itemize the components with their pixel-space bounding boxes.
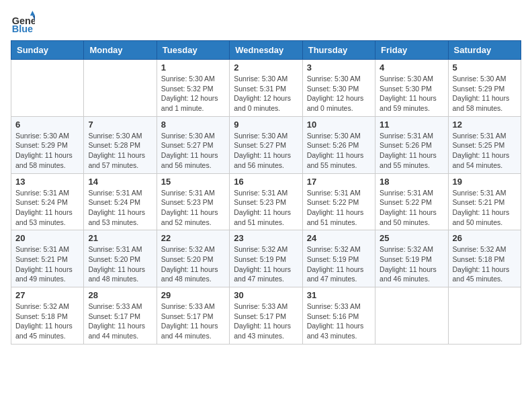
weekday-header-row: SundayMondayTuesdayWednesdayThursdayFrid… [11,41,521,60]
day-info: Sunrise: 5:30 AM Sunset: 5:26 PM Dayligh… [307,131,371,171]
day-info: Sunrise: 5:33 AM Sunset: 5:17 PM Dayligh… [161,302,225,341]
calendar-day-cell [448,287,521,345]
calendar-week-row: 1Sunrise: 5:30 AM Sunset: 5:32 PM Daylig… [11,60,521,117]
weekday-header-cell: Saturday [448,41,521,60]
weekday-header-cell: Tuesday [157,41,229,60]
day-number: 10 [307,120,371,130]
day-info: Sunrise: 5:33 AM Sunset: 5:17 PM Dayligh… [88,302,152,341]
day-info: Sunrise: 5:31 AM Sunset: 5:22 PM Dayligh… [307,188,371,228]
calendar-day-cell [84,60,157,117]
weekday-header-cell: Wednesday [230,41,302,60]
calendar-day-cell [375,287,448,345]
page-header: General Blue [11,11,521,35]
day-info: Sunrise: 5:31 AM Sunset: 5:26 PM Dayligh… [380,131,443,171]
logo: General Blue [11,11,35,35]
day-info: Sunrise: 5:32 AM Sunset: 5:19 PM Dayligh… [380,244,443,284]
calendar-table: SundayMondayTuesdayWednesdayThursdayFrid… [11,40,521,345]
day-info: Sunrise: 5:32 AM Sunset: 5:20 PM Dayligh… [161,244,225,284]
day-info: Sunrise: 5:31 AM Sunset: 5:25 PM Dayligh… [453,131,517,171]
logo-icon: General Blue [11,11,35,35]
calendar-day-cell: 27Sunrise: 5:32 AM Sunset: 5:18 PM Dayli… [11,287,84,345]
day-number: 20 [15,233,79,243]
day-info: Sunrise: 5:33 AM Sunset: 5:16 PM Dayligh… [307,302,371,341]
calendar-day-cell: 30Sunrise: 5:33 AM Sunset: 5:17 PM Dayli… [230,287,302,345]
day-number: 24 [307,233,371,243]
calendar-day-cell: 22Sunrise: 5:32 AM Sunset: 5:20 PM Dayli… [157,230,229,287]
calendar-day-cell: 19Sunrise: 5:31 AM Sunset: 5:21 PM Dayli… [448,173,521,230]
day-info: Sunrise: 5:32 AM Sunset: 5:19 PM Dayligh… [234,244,298,284]
calendar-day-cell: 18Sunrise: 5:31 AM Sunset: 5:22 PM Dayli… [375,173,448,230]
calendar-day-cell: 2Sunrise: 5:30 AM Sunset: 5:31 PM Daylig… [230,60,302,117]
day-info: Sunrise: 5:30 AM Sunset: 5:30 PM Dayligh… [380,74,443,113]
calendar-day-cell [11,60,84,117]
day-info: Sunrise: 5:32 AM Sunset: 5:19 PM Dayligh… [307,244,371,284]
day-info: Sunrise: 5:31 AM Sunset: 5:24 PM Dayligh… [15,188,79,228]
calendar-day-cell: 13Sunrise: 5:31 AM Sunset: 5:24 PM Dayli… [11,173,84,230]
day-number: 1 [161,62,225,73]
day-number: 22 [161,233,225,243]
day-number: 18 [380,177,443,187]
day-info: Sunrise: 5:30 AM Sunset: 5:29 PM Dayligh… [453,74,517,113]
day-info: Sunrise: 5:31 AM Sunset: 5:22 PM Dayligh… [380,188,443,228]
day-info: Sunrise: 5:31 AM Sunset: 5:21 PM Dayligh… [453,188,517,228]
day-info: Sunrise: 5:30 AM Sunset: 5:30 PM Dayligh… [307,74,371,113]
day-info: Sunrise: 5:30 AM Sunset: 5:31 PM Dayligh… [234,74,298,113]
calendar-week-row: 13Sunrise: 5:31 AM Sunset: 5:24 PM Dayli… [11,173,521,230]
day-info: Sunrise: 5:32 AM Sunset: 5:18 PM Dayligh… [15,302,79,341]
calendar-day-cell: 10Sunrise: 5:30 AM Sunset: 5:26 PM Dayli… [302,116,375,173]
calendar-day-cell: 5Sunrise: 5:30 AM Sunset: 5:29 PM Daylig… [448,60,521,117]
day-number: 17 [307,177,371,187]
day-info: Sunrise: 5:32 AM Sunset: 5:18 PM Dayligh… [453,244,517,284]
day-number: 11 [380,120,443,130]
day-number: 16 [234,177,298,187]
svg-text:Blue: Blue [12,24,33,34]
day-info: Sunrise: 5:31 AM Sunset: 5:23 PM Dayligh… [234,188,298,228]
calendar-day-cell: 28Sunrise: 5:33 AM Sunset: 5:17 PM Dayli… [84,287,157,345]
day-number: 8 [161,120,225,130]
day-number: 29 [161,290,225,300]
weekday-header-cell: Monday [84,41,157,60]
calendar-day-cell: 7Sunrise: 5:30 AM Sunset: 5:28 PM Daylig… [84,116,157,173]
day-info: Sunrise: 5:30 AM Sunset: 5:27 PM Dayligh… [161,131,225,171]
calendar-day-cell: 15Sunrise: 5:31 AM Sunset: 5:23 PM Dayli… [157,173,229,230]
calendar-day-cell: 4Sunrise: 5:30 AM Sunset: 5:30 PM Daylig… [375,60,448,117]
calendar-day-cell: 26Sunrise: 5:32 AM Sunset: 5:18 PM Dayli… [448,230,521,287]
calendar-day-cell: 12Sunrise: 5:31 AM Sunset: 5:25 PM Dayli… [448,116,521,173]
day-number: 12 [453,120,517,130]
day-number: 19 [453,177,517,187]
day-number: 31 [307,290,371,300]
day-number: 25 [380,233,443,243]
day-number: 14 [88,177,152,187]
calendar-body: 1Sunrise: 5:30 AM Sunset: 5:32 PM Daylig… [11,60,521,345]
day-info: Sunrise: 5:31 AM Sunset: 5:23 PM Dayligh… [161,188,225,228]
calendar-day-cell: 25Sunrise: 5:32 AM Sunset: 5:19 PM Dayli… [375,230,448,287]
calendar-day-cell: 20Sunrise: 5:31 AM Sunset: 5:21 PM Dayli… [11,230,84,287]
day-info: Sunrise: 5:30 AM Sunset: 5:29 PM Dayligh… [15,131,79,171]
day-number: 5 [453,62,517,73]
calendar-day-cell: 23Sunrise: 5:32 AM Sunset: 5:19 PM Dayli… [230,230,302,287]
calendar-day-cell: 29Sunrise: 5:33 AM Sunset: 5:17 PM Dayli… [157,287,229,345]
day-number: 6 [15,120,79,130]
day-number: 4 [380,62,443,73]
calendar-day-cell: 24Sunrise: 5:32 AM Sunset: 5:19 PM Dayli… [302,230,375,287]
day-info: Sunrise: 5:30 AM Sunset: 5:32 PM Dayligh… [161,74,225,113]
calendar-day-cell: 21Sunrise: 5:31 AM Sunset: 5:20 PM Dayli… [84,230,157,287]
day-number: 13 [15,177,79,187]
day-info: Sunrise: 5:31 AM Sunset: 5:24 PM Dayligh… [88,188,152,228]
calendar-week-row: 6Sunrise: 5:30 AM Sunset: 5:29 PM Daylig… [11,116,521,173]
day-info: Sunrise: 5:30 AM Sunset: 5:27 PM Dayligh… [234,131,298,171]
calendar-day-cell: 9Sunrise: 5:30 AM Sunset: 5:27 PM Daylig… [230,116,302,173]
day-number: 30 [234,290,298,300]
calendar-day-cell: 8Sunrise: 5:30 AM Sunset: 5:27 PM Daylig… [157,116,229,173]
day-number: 3 [307,62,371,73]
calendar-week-row: 27Sunrise: 5:32 AM Sunset: 5:18 PM Dayli… [11,287,521,345]
day-info: Sunrise: 5:31 AM Sunset: 5:21 PM Dayligh… [15,244,79,284]
day-number: 21 [88,233,152,243]
day-number: 9 [234,120,298,130]
calendar-week-row: 20Sunrise: 5:31 AM Sunset: 5:21 PM Dayli… [11,230,521,287]
calendar-day-cell: 11Sunrise: 5:31 AM Sunset: 5:26 PM Dayli… [375,116,448,173]
day-number: 15 [161,177,225,187]
day-number: 7 [88,120,152,130]
day-info: Sunrise: 5:30 AM Sunset: 5:28 PM Dayligh… [88,131,152,171]
day-info: Sunrise: 5:31 AM Sunset: 5:20 PM Dayligh… [88,244,152,284]
